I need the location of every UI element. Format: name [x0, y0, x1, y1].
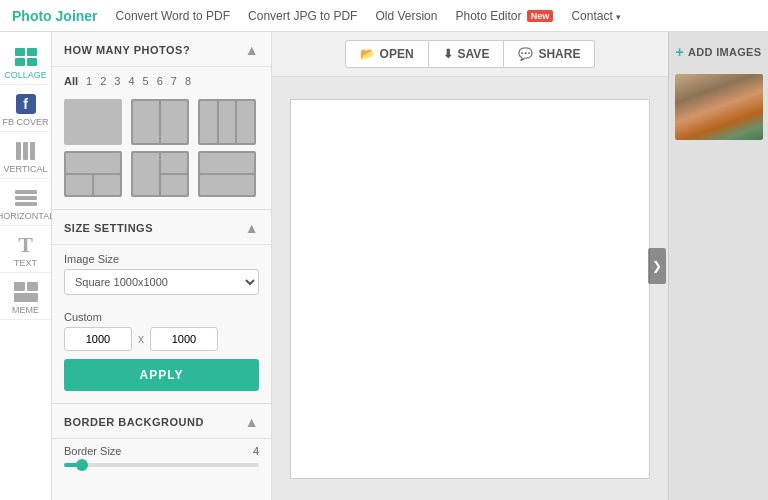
custom-size-row: x [52, 327, 271, 359]
sidebar-label-fb-cover: FB COVER [2, 117, 48, 127]
nav-convert-jpg[interactable]: Convert JPG to PDF [248, 9, 357, 23]
right-panel: + ADD IMAGES [668, 32, 768, 500]
count-8[interactable]: 8 [185, 75, 191, 87]
collage-icon [12, 46, 40, 68]
nav-old-version[interactable]: Old Version [375, 9, 437, 23]
photo-count-row: All 1 2 3 4 5 6 7 8 [52, 67, 271, 95]
settings-panel: HOW MANY PHOTOS? ▲ All 1 2 3 4 5 6 7 8 [52, 32, 272, 500]
canvas-area: 📂 OPEN ⬇ SAVE 💬 SHARE [272, 32, 668, 500]
times-symbol: x [138, 332, 144, 346]
nav-contact[interactable]: Contact ▾ [571, 9, 621, 23]
text-icon: T [12, 234, 40, 256]
photo-count-collapse[interactable]: ▲ [245, 42, 259, 58]
image-size-select[interactable]: Square 1000x1000 [64, 269, 259, 295]
slider-row [52, 461, 271, 477]
horizontal-icon [12, 187, 40, 209]
photo-count-title: HOW MANY PHOTOS? [64, 44, 190, 56]
top-navigation: Photo Joiner Convert Word to PDF Convert… [0, 0, 768, 32]
layout-3[interactable] [198, 99, 256, 145]
sidebar-label-text: TEXT [14, 258, 37, 268]
size-settings-header: SIZE SETTINGS ▲ [52, 210, 271, 245]
new-badge: New [527, 10, 554, 22]
size-settings-collapse[interactable]: ▲ [245, 220, 259, 236]
sidebar-item-text[interactable]: T TEXT [0, 226, 51, 273]
sidebar-label-horizontal: HORIZONTAL [0, 211, 54, 221]
count-2[interactable]: 2 [100, 75, 106, 87]
sidebar-item-fb-cover[interactable]: f FB COVER [0, 85, 51, 132]
layout-4[interactable] [64, 151, 122, 197]
border-collapse[interactable]: ▲ [245, 414, 259, 430]
scroll-right-arrow[interactable]: ❯ [648, 248, 666, 284]
fb-cover-icon: f [12, 93, 40, 115]
contact-dropdown-arrow: ▾ [616, 12, 621, 22]
count-3[interactable]: 3 [114, 75, 120, 87]
share-icon: 💬 [518, 47, 533, 61]
nav-photo-editor[interactable]: Photo Editor New [455, 9, 553, 23]
border-header: BORDER BACKGROUND ▲ [52, 404, 271, 439]
open-icon: 📂 [360, 47, 375, 61]
plus-icon: + [676, 44, 684, 60]
custom-label: Custom [52, 303, 271, 327]
sidebar-label-meme: MEME [12, 305, 39, 315]
apply-button[interactable]: APPLY [64, 359, 259, 391]
canvas[interactable] [290, 99, 650, 479]
nav-convert-word[interactable]: Convert Word to PDF [116, 9, 230, 23]
meme-icon [12, 281, 40, 303]
share-button[interactable]: 💬 SHARE [504, 40, 595, 68]
border-size-label: Border Size [64, 445, 121, 457]
canvas-container [272, 77, 668, 500]
photo-count-header: HOW MANY PHOTOS? ▲ [52, 32, 271, 67]
layout-6[interactable] [198, 151, 256, 197]
save-icon: ⬇ [443, 47, 453, 61]
sidebar-item-meme[interactable]: MEME [0, 273, 51, 320]
sidebar-item-collage[interactable]: COLLAGE [0, 38, 51, 85]
slider-thumb[interactable] [76, 459, 88, 471]
border-section: BORDER BACKGROUND ▲ Border Size 4 [52, 403, 271, 477]
count-1[interactable]: 1 [86, 75, 92, 87]
thumbnail-image[interactable] [675, 74, 763, 140]
add-images-button[interactable]: + ADD IMAGES [670, 32, 768, 70]
image-size-label: Image Size [52, 245, 271, 269]
count-6[interactable]: 6 [157, 75, 163, 87]
sidebar-label-collage: COLLAGE [4, 70, 47, 80]
vertical-icon [12, 140, 40, 162]
size-settings-section: SIZE SETTINGS ▲ Image Size Square 1000x1… [52, 209, 271, 391]
add-images-label: ADD IMAGES [688, 46, 761, 58]
layout-1[interactable] [64, 99, 122, 145]
sidebar-item-horizontal[interactable]: HORIZONTAL [0, 179, 51, 226]
sidebar: COLLAGE f FB COVER VERTICAL [0, 32, 52, 500]
border-size-row: Border Size 4 [52, 439, 271, 461]
layout-grid [52, 95, 271, 209]
toolbar: 📂 OPEN ⬇ SAVE 💬 SHARE [272, 32, 668, 77]
size-settings-title: SIZE SETTINGS [64, 222, 153, 234]
layout-2[interactable] [131, 99, 189, 145]
border-title: BORDER BACKGROUND [64, 416, 204, 428]
border-size-value: 4 [253, 445, 259, 457]
custom-width-input[interactable] [64, 327, 132, 351]
slider-track [64, 463, 259, 467]
open-button[interactable]: 📂 OPEN [345, 40, 429, 68]
save-button[interactable]: ⬇ SAVE [429, 40, 505, 68]
count-4[interactable]: 4 [128, 75, 134, 87]
layout-5[interactable] [131, 151, 189, 197]
count-5[interactable]: 5 [143, 75, 149, 87]
brand-logo[interactable]: Photo Joiner [12, 8, 98, 24]
custom-height-input[interactable] [150, 327, 218, 351]
count-all[interactable]: All [64, 75, 78, 87]
sidebar-label-vertical: VERTICAL [4, 164, 48, 174]
count-7[interactable]: 7 [171, 75, 177, 87]
sidebar-item-vertical[interactable]: VERTICAL [0, 132, 51, 179]
